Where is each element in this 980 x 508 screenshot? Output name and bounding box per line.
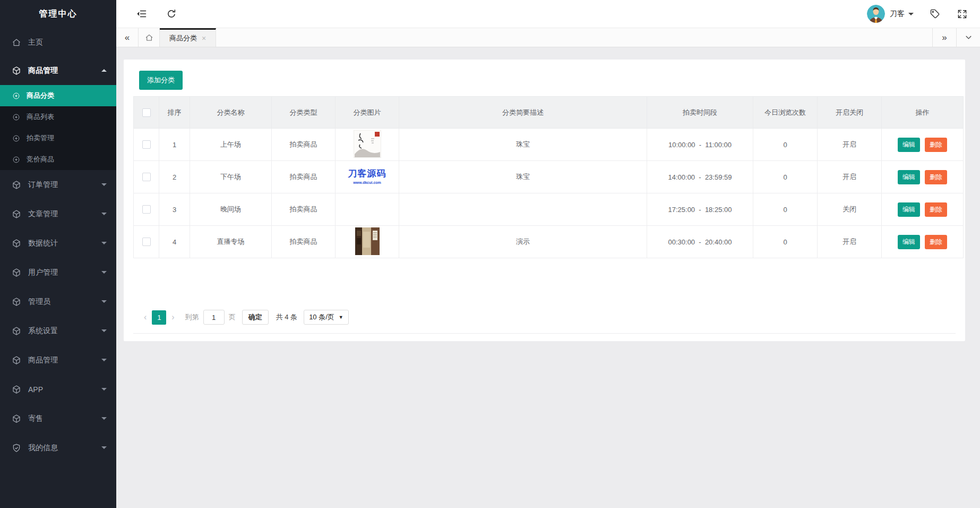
cell-image: 刀客源码www.dkcui.com [336,161,399,193]
username[interactable]: 刀客 [890,9,905,19]
cell-status: 关闭 [818,193,882,226]
tag-icon[interactable] [930,9,940,19]
content: 添加分类 排序分类名称分类类型分类图片分类简要描述拍卖时间段今日浏览次数开启关闭… [116,47,980,508]
row-checkbox[interactable] [142,173,151,181]
cell-views: 0 [753,226,818,258]
cell-name: 上午场 [190,129,272,161]
tabs-menu-icon[interactable] [956,28,980,47]
row-checkbox[interactable] [142,205,151,214]
avatar[interactable] [867,5,885,23]
tab-close-icon[interactable]: × [202,35,206,42]
sidebar-item-8[interactable]: 寄售 [0,404,116,433]
cell-actions: 编辑删除 [882,161,964,193]
sidebar-item-label: 主页 [28,38,43,47]
delete-button[interactable]: 删除 [925,138,947,152]
row-checkbox[interactable] [142,238,151,246]
column-header-1: 分类名称 [190,97,272,129]
cell-order: 2 [159,161,190,193]
chevron-down-icon [101,213,107,218]
select-caret-icon: ▼ [339,315,343,320]
sidebar-item-1[interactable]: 文章管理 [0,199,116,228]
column-header-2: 分类类型 [272,97,336,129]
column-header-0: 排序 [159,97,190,129]
sidebar-item-label: 商品管理 [28,66,58,75]
sidebar-item-9[interactable]: 我的信息 [0,433,116,462]
cell-order: 4 [159,226,190,258]
edit-button[interactable]: 编辑 [898,235,920,249]
cell-actions: 编辑删除 [882,193,964,226]
tabs-scroll-left-icon[interactable]: « [116,28,139,47]
table-header-row: 排序分类名称分类类型分类图片分类简要描述拍卖时间段今日浏览次数开启关闭操作 [134,97,964,129]
sidebar-item-home[interactable]: 主页 [0,29,116,56]
cell-status: 开启 [818,129,882,161]
cell-description: 珠宝 [399,129,647,161]
sidebar-item-label: 数据统计 [28,239,58,248]
column-header-8: 操作 [882,97,964,129]
page-size-select[interactable]: 10 条/页 ▼ [304,310,349,325]
sidebar-subitem-label: 拍卖管理 [27,133,54,143]
table-body: 1上午场拍卖商品珠宝10:00:00 - 11:00:000开启编辑删除2下午场… [134,129,964,258]
sidebar-subitem-2[interactable]: 拍卖管理 [0,128,116,149]
cell-time-range: 10:00:00 - 11:00:00 [647,129,753,161]
cell-time-range: 17:25:00 - 18:25:00 [647,193,753,226]
home-icon [12,38,21,47]
goto-page-input[interactable] [203,310,225,325]
edit-button[interactable]: 编辑 [898,202,920,217]
next-page-icon[interactable]: › [168,312,177,322]
cube-icon [12,239,21,248]
tab-home-icon[interactable] [139,28,160,47]
circle-plus-icon [12,156,20,164]
chevron-down-icon [101,329,107,335]
cube-icon [12,268,21,277]
header-select-all [134,97,159,129]
cell-description: 珠宝 [399,161,647,193]
add-category-button[interactable]: 添加分类 [139,71,183,90]
sidebar-subitem-1[interactable]: 商品列表 [0,106,116,128]
sidebar-item-5[interactable]: 系统设置 [0,316,116,345]
sidebar-item-2[interactable]: 数据统计 [0,228,116,258]
prev-page-icon[interactable]: ‹ [141,312,150,322]
sidebar-item-4[interactable]: 管理员 [0,287,116,316]
cell-select [134,193,159,226]
sidebar-item-3[interactable]: 用户管理 [0,258,116,287]
total-count: 共 4 条 [276,312,297,322]
circle-plus-icon [12,92,20,100]
sidebar-subitem-3[interactable]: 竞价商品 [0,149,116,170]
cube-icon [12,209,21,219]
current-page[interactable]: 1 [152,310,166,325]
confirm-button[interactable]: 确定 [242,310,269,325]
column-header-6: 今日浏览次数 [753,97,818,129]
goto-label: 到第 [185,312,199,322]
cube-icon [12,326,21,336]
tab-active[interactable]: 商品分类 × [160,28,216,47]
edit-button[interactable]: 编辑 [898,170,920,184]
sidebar-item-0[interactable]: 订单管理 [0,170,116,199]
cube-icon [12,297,21,307]
refresh-icon[interactable] [166,9,177,19]
select-all-checkbox[interactable] [142,108,151,117]
sidebar-subitem-label: 竞价商品 [27,155,54,164]
delete-button[interactable]: 删除 [925,202,947,217]
chevron-down-icon [101,183,107,189]
sidebar-subitem-0[interactable]: 商品分类 [0,85,116,106]
sidebar-item-7[interactable]: APP [0,375,116,404]
sidebar-item-6[interactable]: 商品管理 [0,345,116,375]
cell-name: 下午场 [190,161,272,193]
table-row: 3晚间场拍卖商品17:25:00 - 18:25:000关闭编辑删除 [134,193,964,226]
fold-menu-icon[interactable] [136,9,147,19]
row-checkbox[interactable] [142,140,151,149]
cell-time-range: 00:30:00 - 20:40:00 [647,226,753,258]
tabs-scroll-right-icon[interactable]: » [932,28,956,47]
edit-button[interactable]: 编辑 [898,138,920,152]
delete-button[interactable]: 删除 [925,170,947,184]
sidebar-subitem-label: 商品分类 [27,91,54,100]
delete-button[interactable]: 删除 [925,235,947,249]
fullscreen-icon[interactable] [957,9,967,19]
sidebar-item-label: APP [28,385,43,394]
category-card: 添加分类 排序分类名称分类类型分类图片分类简要描述拍卖时间段今日浏览次数开启关闭… [124,60,965,341]
sidebar-item-goods-management[interactable]: 商品管理 [0,56,116,85]
cell-views: 0 [753,193,818,226]
topbar: 刀客 [116,0,980,28]
cell-name: 晚间场 [190,193,272,226]
main-area: 刀客 « 商品分类 × » [116,0,980,508]
